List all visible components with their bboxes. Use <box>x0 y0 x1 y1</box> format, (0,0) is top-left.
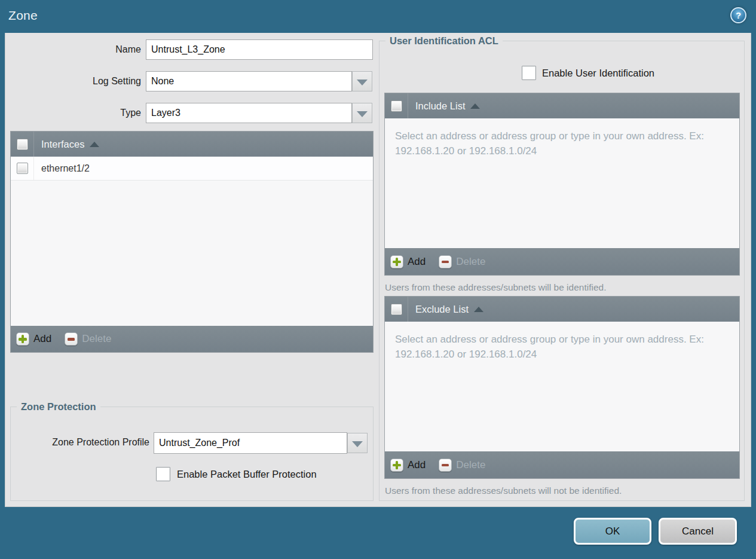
sort-asc-icon <box>474 307 483 312</box>
exclude-list-table: Exclude List Select an address or addres… <box>384 296 740 479</box>
cancel-button[interactable]: Cancel <box>659 518 737 545</box>
minus-icon <box>439 255 452 268</box>
ok-button[interactable]: OK <box>574 518 651 545</box>
table-row[interactable]: ethernet1/2 <box>11 157 373 181</box>
select-all-cell <box>11 132 34 157</box>
select-all-cell <box>385 297 408 322</box>
exclude-list-column-header[interactable]: Exclude List <box>415 304 483 315</box>
zone-protection-profile-dropdown-arrow-icon[interactable] <box>347 433 368 453</box>
interfaces-table-body: ethernet1/2 <box>11 157 373 326</box>
log-setting-dropdown-arrow-icon[interactable] <box>352 71 372 91</box>
zone-protection-profile-input[interactable] <box>154 432 347 454</box>
exclude-list-placeholder: Select an address or address group or ty… <box>385 322 739 362</box>
interfaces-table-toolbar: Add Delete <box>11 326 373 352</box>
enable-user-identification-label: Enable User Identification <box>542 68 654 79</box>
delete-button[interactable]: Delete <box>439 255 485 268</box>
zone-dialog: Zone ? Name Log Setting Type Interfaces <box>0 0 756 559</box>
enable-packet-buffer-protection-checkbox[interactable] <box>156 467 170 481</box>
plus-icon <box>390 459 403 472</box>
type-dropdown-arrow-icon[interactable] <box>352 103 372 123</box>
include-list-body[interactable]: Select an address or address group or ty… <box>385 118 739 248</box>
select-all-cell <box>385 93 408 118</box>
include-list-toolbar: Add Delete <box>385 248 739 275</box>
row-checkbox-cell <box>11 157 34 180</box>
sort-asc-icon <box>470 103 480 109</box>
interface-name: ethernet1/2 <box>41 163 90 174</box>
log-setting-input[interactable] <box>146 71 352 91</box>
select-all-checkbox[interactable] <box>17 139 28 150</box>
minus-icon <box>439 459 452 472</box>
dialog-titlebar: Zone ? <box>0 0 756 33</box>
dialog-body: Name Log Setting Type Interfaces <box>5 33 751 507</box>
add-button[interactable]: Add <box>16 332 51 346</box>
exclude-list-body[interactable]: Select an address or address group or ty… <box>385 322 739 451</box>
user-identification-acl-legend: User Identification ACL <box>385 35 503 47</box>
enable-packet-buffer-protection-label: Enable Packet Buffer Protection <box>177 469 317 480</box>
type-label: Type <box>5 103 141 123</box>
select-all-checkbox[interactable] <box>391 100 402 112</box>
select-all-checkbox[interactable] <box>391 304 402 315</box>
delete-button[interactable]: Delete <box>439 459 485 472</box>
interfaces-table: Interfaces ethernet1/2 Add <box>10 131 374 353</box>
include-list-column-header[interactable]: Include List <box>415 100 480 112</box>
plus-icon <box>390 255 403 268</box>
include-list-placeholder: Select an address or address group or ty… <box>385 118 739 158</box>
minus-icon <box>65 332 78 346</box>
include-list-header: Include List <box>385 93 739 118</box>
log-setting-label: Log Setting <box>5 71 141 91</box>
interfaces-column-header[interactable]: Interfaces <box>41 139 99 150</box>
zone-protection-section: Zone Protection Zone Protection Profile … <box>10 407 374 501</box>
zone-protection-profile-label: Zone Protection Profile <box>17 432 149 453</box>
name-input[interactable] <box>146 39 373 60</box>
delete-button[interactable]: Delete <box>65 332 111 346</box>
type-input[interactable] <box>146 103 352 123</box>
exclude-list-toolbar: Add Delete <box>385 451 739 478</box>
zone-protection-legend: Zone Protection <box>17 401 100 413</box>
include-list-table: Include List Select an address or addres… <box>384 93 740 276</box>
row-checkbox[interactable] <box>17 163 28 174</box>
add-button[interactable]: Add <box>390 255 426 268</box>
exclude-list-caption: Users from these addresses/subnets will … <box>385 485 622 496</box>
plus-icon <box>16 332 29 346</box>
interfaces-table-header: Interfaces <box>11 132 373 157</box>
sort-asc-icon <box>90 142 99 147</box>
exclude-list-header: Exclude List <box>385 297 739 322</box>
user-identification-acl-section: User Identification ACL Enable User Iden… <box>379 41 745 501</box>
enable-user-identification-checkbox[interactable] <box>522 66 536 80</box>
add-button[interactable]: Add <box>390 459 426 472</box>
help-icon[interactable]: ? <box>730 7 746 23</box>
name-label: Name <box>5 39 141 60</box>
include-list-caption: Users from these addresses/subnets will … <box>385 282 606 293</box>
page-title: Zone <box>8 8 38 23</box>
